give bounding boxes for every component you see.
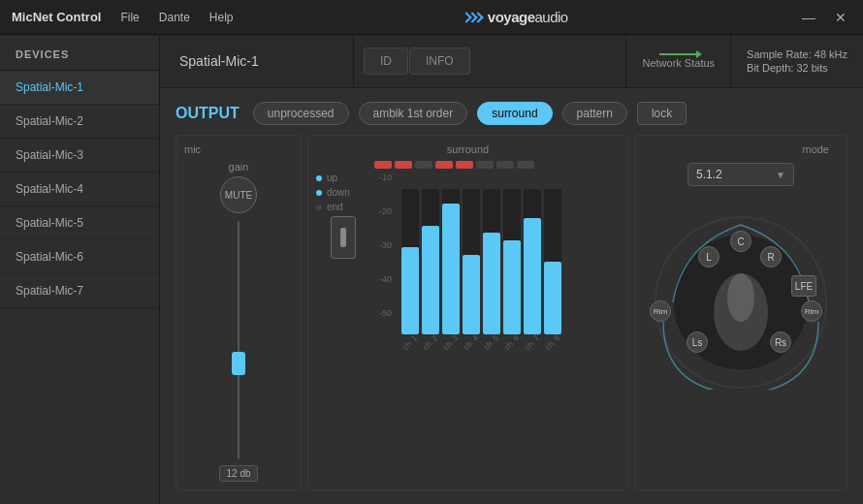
dot-down <box>316 190 322 196</box>
bar-col-7: ch. 7 <box>524 189 541 347</box>
fader-wrapper <box>229 221 248 459</box>
content: Spatial-Mic-1 ID INFO Network Status Sam… <box>160 35 863 504</box>
gain-value: 12 db <box>219 465 257 482</box>
sidebar-item-spatial-mic-1[interactable]: Spatial-Mic-1 <box>0 71 159 105</box>
bit-depth: Bit Depth: 32 bits <box>747 62 847 74</box>
title-bar-left: MicNet Control File Dante Help <box>12 10 234 24</box>
speaker-Rs[interactable]: Rs <box>770 331 791 353</box>
btn-ambik[interactable]: ambik 1st order <box>359 102 468 125</box>
device-header: Spatial-Mic-1 ID INFO Network Status Sam… <box>160 35 863 88</box>
fader-handle[interactable] <box>232 352 245 375</box>
speaker-R[interactable]: R <box>760 246 782 268</box>
fader-container[interactable] <box>229 221 248 459</box>
mute-button[interactable]: MUTE <box>220 176 257 213</box>
speaker-Ls[interactable]: Ls <box>687 331 708 353</box>
ch-dot-1 <box>374 161 392 169</box>
tab-id[interactable]: ID <box>364 47 408 75</box>
ch-dot-2 <box>395 161 412 169</box>
select-arrow-icon: ▼ <box>776 170 785 180</box>
sidebar-header: DEVICES <box>0 35 159 71</box>
bar-fill-1 <box>401 247 419 334</box>
pan-thumb <box>340 228 346 247</box>
bar-label-6: ch. 6 <box>503 333 522 352</box>
brand-logo: voyageaudio <box>463 9 568 25</box>
output-label: OUTPUT <box>176 105 240 122</box>
bar-fill-7 <box>524 218 541 334</box>
network-status-section: Network Status <box>625 35 730 87</box>
gain-label: gain <box>229 161 249 173</box>
bar-track-8 <box>544 189 561 334</box>
btn-pattern[interactable]: pattern <box>562 102 627 125</box>
device-name: Spatial-Mic-1 <box>160 35 354 87</box>
dot-up <box>316 175 322 181</box>
ch-dot-3 <box>415 161 432 169</box>
speaker-Rtm-L[interactable]: Rtm <box>650 300 671 322</box>
ch-dot-7 <box>496 161 514 169</box>
minimize-button[interactable]: — <box>797 8 820 27</box>
bar-fill-3 <box>442 204 460 334</box>
output-content: mic gain MUTE 12 db <box>176 135 847 490</box>
mode-section: mode 5.1.2 ▼ <box>634 135 847 490</box>
fader-track <box>238 221 240 459</box>
lock-button[interactable]: lock <box>637 102 687 125</box>
tab-info[interactable]: INFO <box>409 47 470 75</box>
bar-col-4: ch. 4 <box>463 189 480 347</box>
bar-track-2 <box>422 189 439 334</box>
label-end: end <box>327 202 343 212</box>
ch-dot-5 <box>456 161 473 169</box>
sidebar-items: Spatial-Mic-1Spatial-Mic-2Spatial-Mic-3S… <box>0 71 159 308</box>
bar-fill-8 <box>544 262 561 334</box>
bar-fill-2 <box>422 226 439 335</box>
bar-label-2: ch. 2 <box>422 333 440 352</box>
surround-section: surround up down <box>307 135 628 490</box>
format-select[interactable]: 5.1.2 ▼ <box>687 163 794 186</box>
db-50: -50 <box>379 308 392 318</box>
bar-track-6 <box>503 189 521 334</box>
db-40: -40 <box>379 274 392 284</box>
sidebar-item-spatial-mic-5[interactable]: Spatial-Mic-5 <box>0 206 159 240</box>
btn-unprocessed[interactable]: unprocessed <box>253 102 349 125</box>
app-name: MicNet Control <box>12 10 101 24</box>
db-10: -10 <box>379 173 392 182</box>
voyage-logo-text: voyageaudio <box>488 9 568 25</box>
channel-bars: ch. 1ch. 2ch. 3ch. 4ch. 5ch. 6ch. 7ch. 8 <box>401 173 620 347</box>
bar-track-1 <box>401 189 419 334</box>
mute-label: MUTE <box>225 190 252 201</box>
bar-col-8: ch. 8 <box>544 189 561 347</box>
close-button[interactable]: ✕ <box>830 8 851 27</box>
title-bar: MicNet Control File Dante Help voyageaud… <box>0 0 863 35</box>
sidebar-item-spatial-mic-7[interactable]: Spatial-Mic-7 <box>0 274 159 308</box>
mode-label: mode <box>802 143 839 155</box>
sidebar-item-spatial-mic-6[interactable]: Spatial-Mic-6 <box>0 240 159 274</box>
speaker-Rtm-R[interactable]: Rtm <box>801 300 822 322</box>
bar-col-1: ch. 1 <box>401 189 419 347</box>
indicator-down: down <box>316 187 369 198</box>
network-indicator <box>659 53 698 55</box>
bar-col-2: ch. 2 <box>422 189 439 347</box>
speaker-labels: L C R LFE Rtm Ls Rs Rtm <box>644 196 838 390</box>
pan-handle[interactable] <box>331 216 356 259</box>
menu-file[interactable]: File <box>120 11 139 24</box>
speaker-C[interactable]: C <box>730 231 751 252</box>
menu-dante[interactable]: Dante <box>159 11 190 24</box>
btn-surround[interactable]: surround <box>477 102 552 125</box>
bar-track-5 <box>483 189 500 334</box>
channel-indicators <box>316 161 620 169</box>
speaker-LFE[interactable]: LFE <box>791 275 816 297</box>
surround-circle: L C R LFE Rtm Ls Rs Rtm <box>644 196 838 390</box>
bar-track-4 <box>463 189 480 334</box>
ch-dot-4 <box>435 161 453 169</box>
sidebar-item-spatial-mic-2[interactable]: Spatial-Mic-2 <box>0 105 159 139</box>
bar-label-5: ch. 5 <box>483 333 501 352</box>
sidebar: DEVICES Spatial-Mic-1Spatial-Mic-2Spatia… <box>0 35 160 504</box>
db-20: -20 <box>379 206 392 216</box>
bar-col-6: ch. 6 <box>503 189 521 347</box>
surround-controls: up down end <box>316 173 620 347</box>
sidebar-item-spatial-mic-4[interactable]: Spatial-Mic-4 <box>0 173 159 206</box>
speaker-L[interactable]: L <box>698 246 719 268</box>
ch-dot-6 <box>476 161 494 169</box>
db-labels: -10 -20 -30 -40 -50 <box>375 173 396 318</box>
sidebar-item-spatial-mic-3[interactable]: Spatial-Mic-3 <box>0 139 159 173</box>
device-tabs: ID INFO <box>354 35 480 87</box>
menu-help[interactable]: Help <box>209 11 234 24</box>
